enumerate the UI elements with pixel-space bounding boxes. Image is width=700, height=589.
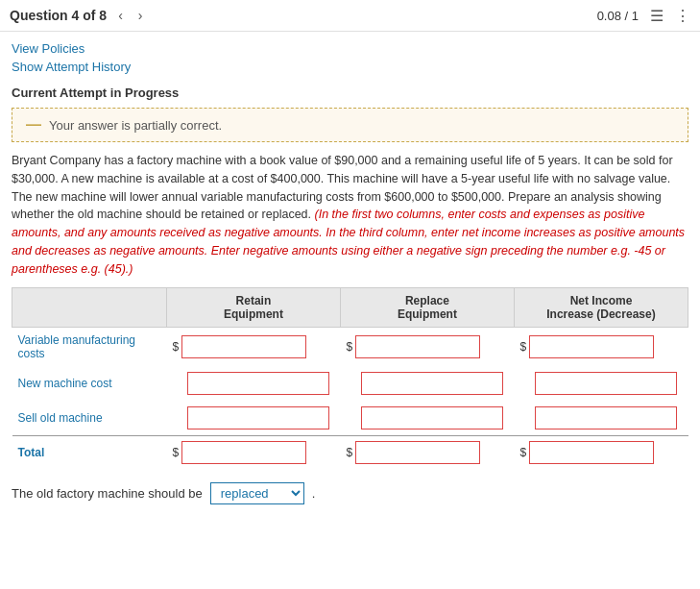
col-header-blank — [12, 288, 167, 328]
total-retain-cell: $ — [166, 436, 340, 470]
total-row: Total $ $ $ — [12, 436, 688, 470]
more-options-button[interactable]: ⋮ — [675, 7, 690, 25]
top-bar-right: 0.08 / 1 ☰ ⋮ — [597, 7, 690, 25]
replace-input-cell-var: $ — [340, 328, 514, 367]
current-attempt-label: Current Attempt in Progress — [12, 86, 688, 100]
total-retain-input[interactable] — [181, 441, 306, 464]
replace-input-cell-new — [340, 366, 514, 401]
dollar-sign-retain-var: $ — [172, 340, 179, 354]
row-label-sell-old: Sell old machine — [12, 401, 167, 436]
net-input-cell-var: $ — [514, 328, 688, 367]
dollar-sign-total-replace: $ — [346, 446, 352, 459]
list-icon-button[interactable]: ☰ — [650, 7, 664, 25]
table-row: Sell old machine — [12, 401, 688, 436]
dollar-sign-replace-var: $ — [346, 340, 352, 354]
col-header-replace: ReplaceEquipment — [340, 288, 514, 328]
dollar-sign-net-var: $ — [519, 340, 526, 354]
score-display: 0.08 / 1 — [597, 9, 639, 23]
view-policies-link[interactable]: View Policies — [12, 39, 84, 58]
total-label: Total — [12, 436, 167, 470]
retain-input-new-machine[interactable] — [187, 372, 329, 395]
replace-input-new-machine[interactable] — [361, 372, 503, 395]
should-be-select[interactable]: retained replaced — [210, 482, 304, 504]
content-area: View Policies Show Attempt History Curre… — [0, 32, 700, 512]
net-input-cell-sell — [514, 401, 688, 436]
footer-period: . — [312, 486, 316, 501]
net-input-new-machine[interactable] — [535, 372, 677, 395]
total-net-input[interactable] — [529, 441, 654, 464]
retain-input-cell-var: $ — [166, 328, 340, 367]
prev-button[interactable]: ‹ — [114, 6, 127, 25]
row-label-var-mfg: Variable manufacturingcosts — [12, 328, 167, 367]
question-label: Question 4 of 8 — [10, 8, 107, 23]
table-row: New machine cost — [12, 366, 688, 401]
row-label-new-machine: New machine cost — [12, 366, 167, 401]
show-attempt-link[interactable]: Show Attempt History — [12, 58, 131, 76]
net-input-cell-new — [514, 366, 688, 401]
retain-input-var-mfg[interactable] — [181, 335, 306, 358]
retain-input-cell-sell — [166, 401, 340, 436]
total-replace-input[interactable] — [355, 441, 480, 464]
top-bar-left: Question 4 of 8 ‹ › — [10, 6, 146, 25]
total-replace-cell: $ — [340, 436, 514, 470]
footer-label: The old factory machine should be — [12, 486, 203, 501]
total-net-cell: $ — [514, 436, 688, 470]
col-header-net: Net IncomeIncrease (Decrease) — [514, 288, 688, 328]
notice-text: Your answer is partially correct. — [49, 118, 222, 133]
replace-input-sell-old[interactable] — [361, 406, 503, 429]
retain-input-sell-old[interactable] — [187, 406, 329, 429]
next-button[interactable]: › — [134, 6, 147, 25]
notice-box: — Your answer is partially correct. — [12, 108, 688, 142]
top-bar: Question 4 of 8 ‹ › 0.08 / 1 ☰ ⋮ — [0, 0, 700, 32]
replace-input-var-mfg[interactable] — [355, 335, 480, 358]
problem-text: Bryant Company has a factory machine wit… — [12, 152, 688, 278]
retain-input-cell-new — [166, 366, 340, 401]
net-input-sell-old[interactable] — [535, 406, 677, 429]
dollar-sign-total-net: $ — [519, 446, 526, 459]
minus-icon: — — [26, 116, 41, 134]
net-input-var-mfg[interactable] — [529, 335, 654, 358]
col-header-retain: RetainEquipment — [166, 288, 340, 328]
analysis-table: RetainEquipment ReplaceEquipment Net Inc… — [12, 287, 688, 469]
table-row: Variable manufacturingcosts $ $ $ — [12, 328, 688, 367]
replace-input-cell-sell — [340, 401, 514, 436]
dollar-sign-total-retain: $ — [172, 446, 179, 459]
footer-row: The old factory machine should be retain… — [12, 482, 688, 504]
